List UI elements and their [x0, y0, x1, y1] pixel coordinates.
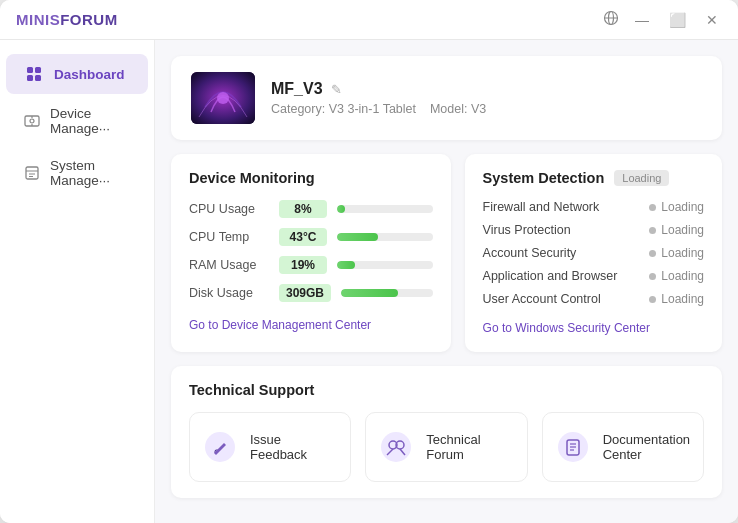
- device-info: MF_V3 ✎ Category: V3 3-in-1 Tablet Model…: [271, 80, 702, 116]
- technical-support-title: Technical Support: [189, 382, 704, 398]
- ram-usage-label: RAM Usage: [189, 258, 269, 272]
- cpu-temp-value: 43°C: [279, 228, 327, 246]
- cpu-usage-track: [337, 205, 433, 213]
- device-monitoring-title: Device Monitoring: [189, 170, 433, 186]
- uac-label: User Account Control: [483, 292, 601, 306]
- sidebar-item-system-manage-label: System Manage···: [50, 158, 130, 188]
- browser-label: Application and Browser: [483, 269, 618, 283]
- device-manage-icon: [24, 111, 40, 131]
- svg-rect-4: [35, 67, 41, 73]
- browser-dot: [649, 273, 656, 280]
- device-name-row: MF_V3 ✎: [271, 80, 702, 98]
- svg-rect-6: [35, 75, 41, 81]
- uac-dot: [649, 296, 656, 303]
- system-detection-title: System Detection: [483, 170, 605, 186]
- detect-row-account: Account Security Loading: [483, 246, 704, 260]
- cpu-temp-label: CPU Temp: [189, 230, 269, 244]
- account-label: Account Security: [483, 246, 577, 260]
- sidebar-item-device-manage-label: Device Manage···: [50, 106, 130, 136]
- sidebar: Dashboard Device Manage···: [0, 40, 155, 523]
- cpu-usage-fill: [337, 205, 345, 213]
- windows-security-center-link[interactable]: Go to Windows Security Center: [483, 321, 650, 335]
- dashboard-icon: [24, 64, 44, 84]
- detect-row-firewall: Firewall and Network Loading: [483, 200, 704, 214]
- firewall-dot: [649, 204, 656, 211]
- minimize-button[interactable]: —: [631, 10, 653, 30]
- device-meta: Category: V3 3-in-1 Tablet Model: V3: [271, 102, 702, 116]
- disk-usage-label: Disk Usage: [189, 286, 269, 300]
- device-name: MF_V3: [271, 80, 323, 98]
- disk-usage-fill: [341, 289, 398, 297]
- edit-icon[interactable]: ✎: [331, 82, 342, 97]
- cpu-usage-label: CPU Usage: [189, 202, 269, 216]
- logo-prefix: MINIS: [16, 11, 60, 28]
- system-manage-icon: [24, 163, 40, 183]
- main-layout: Dashboard Device Manage···: [0, 40, 738, 523]
- ram-usage-track: [337, 261, 433, 269]
- svg-rect-11: [26, 167, 38, 179]
- issue-feedback-icon: [202, 429, 238, 465]
- sidebar-item-device-manage[interactable]: Device Manage···: [6, 96, 148, 146]
- virus-status-text: Loading: [661, 223, 704, 237]
- technical-forum-label: TechnicalForum: [426, 432, 480, 462]
- model-label: Model:: [430, 102, 468, 116]
- device-thumbnail: [191, 72, 255, 124]
- app-logo: MINISFORUM: [16, 11, 118, 28]
- monitor-row-disk-usage: Disk Usage 309GB: [189, 284, 433, 302]
- support-items: IssueFeedback TechnicalF: [189, 412, 704, 482]
- detect-row-browser: Application and Browser Loading: [483, 269, 704, 283]
- category-label: Category:: [271, 102, 325, 116]
- virus-label: Virus Protection: [483, 223, 571, 237]
- account-dot: [649, 250, 656, 257]
- device-management-center-link[interactable]: Go to Device Management Center: [189, 318, 371, 332]
- browser-status-text: Loading: [661, 269, 704, 283]
- disk-usage-track: [341, 289, 433, 297]
- uac-status-text: Loading: [661, 292, 704, 306]
- documentation-center-item[interactable]: DocumentationCenter: [542, 412, 704, 482]
- system-title-row: System Detection Loading: [483, 170, 704, 186]
- sidebar-item-dashboard-label: Dashboard: [54, 67, 125, 82]
- account-status-text: Loading: [661, 246, 704, 260]
- maximize-button[interactable]: ⬜: [665, 10, 690, 30]
- ram-usage-value: 19%: [279, 256, 327, 274]
- account-status: Loading: [649, 246, 704, 260]
- device-category: V3 3-in-1 Tablet: [329, 102, 416, 116]
- sidebar-item-dashboard[interactable]: Dashboard: [6, 54, 148, 94]
- monitor-row-cpu-temp: CPU Temp 43°C: [189, 228, 433, 246]
- firewall-status-text: Loading: [661, 200, 704, 214]
- firewall-status: Loading: [649, 200, 704, 214]
- system-loading-badge: Loading: [614, 170, 669, 186]
- cpu-temp-track: [337, 233, 433, 241]
- documentation-center-icon: [555, 429, 591, 465]
- detect-row-uac: User Account Control Loading: [483, 292, 704, 306]
- virus-status: Loading: [649, 223, 704, 237]
- browser-status: Loading: [649, 269, 704, 283]
- device-card: MF_V3 ✎ Category: V3 3-in-1 Tablet Model…: [171, 56, 722, 140]
- svg-rect-3: [27, 67, 33, 73]
- svg-rect-5: [27, 75, 33, 81]
- close-button[interactable]: ✕: [702, 10, 722, 30]
- content-area: MF_V3 ✎ Category: V3 3-in-1 Tablet Model…: [155, 40, 738, 523]
- monitor-row-ram-usage: RAM Usage 19%: [189, 256, 433, 274]
- window-controls: — ⬜ ✕: [603, 10, 722, 30]
- documentation-center-label: DocumentationCenter: [603, 432, 690, 462]
- svg-point-8: [30, 119, 34, 123]
- cpu-temp-fill: [337, 233, 378, 241]
- sidebar-item-system-manage[interactable]: System Manage···: [6, 148, 148, 198]
- issue-feedback-item[interactable]: IssueFeedback: [189, 412, 351, 482]
- detect-row-virus: Virus Protection Loading: [483, 223, 704, 237]
- device-monitoring-card: Device Monitoring CPU Usage 8% CPU Temp …: [171, 154, 451, 352]
- technical-forum-item[interactable]: TechnicalForum: [365, 412, 527, 482]
- technical-forum-icon: [378, 429, 414, 465]
- svg-point-16: [217, 92, 229, 104]
- virus-dot: [649, 227, 656, 234]
- technical-support-card: Technical Support IssueFeedback: [171, 366, 722, 498]
- two-col-section: Device Monitoring CPU Usage 8% CPU Temp …: [171, 154, 722, 352]
- uac-status: Loading: [649, 292, 704, 306]
- app-window: MINISFORUM — ⬜ ✕: [0, 0, 738, 523]
- title-bar: MINISFORUM — ⬜ ✕: [0, 0, 738, 40]
- language-icon[interactable]: [603, 10, 619, 29]
- disk-usage-value: 309GB: [279, 284, 331, 302]
- cpu-usage-value: 8%: [279, 200, 327, 218]
- ram-usage-fill: [337, 261, 355, 269]
